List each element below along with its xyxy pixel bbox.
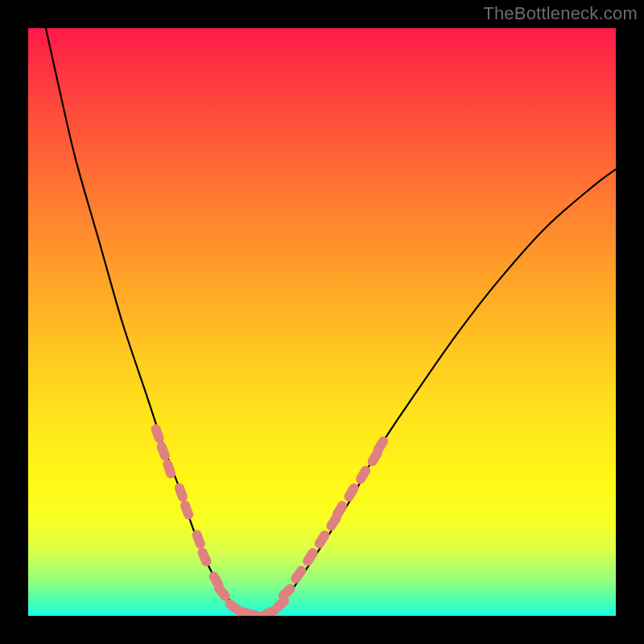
fit-marker [150,423,165,444]
fit-marker [301,547,320,568]
chart-frame: TheBottleneck.com [0,0,644,644]
fit-marker [354,464,373,485]
fit-marker [312,529,331,551]
fit-marker [196,547,213,568]
bottleneck-curve-svg [28,28,616,616]
fit-marker [191,529,206,551]
fit-marker [289,564,308,586]
watermark-text: TheBottleneck.com [483,3,638,24]
fit-marker [179,499,194,521]
plot-area [28,28,616,616]
fit-region-markers [150,423,390,616]
fit-marker [173,481,188,503]
fit-marker [342,481,361,503]
